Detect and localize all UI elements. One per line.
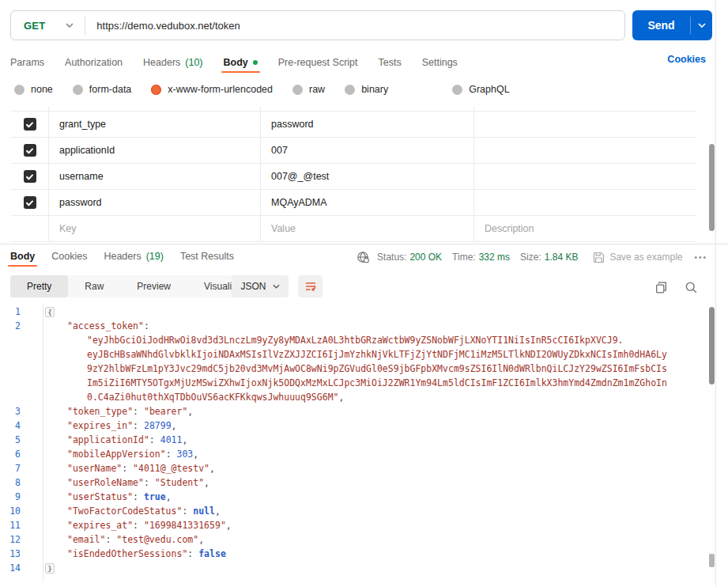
body-mode-binary[interactable]: binary [345, 84, 388, 95]
body-mode-x-www-form-urlencoded[interactable]: x-www-form-urlencoded [151, 84, 273, 95]
key-cell[interactable]: password [49, 190, 261, 215]
fold-marker[interactable]: { [45, 307, 55, 317]
description-cell[interactable] [474, 190, 696, 215]
value-cell[interactable]: MQAyADMA [261, 190, 474, 215]
tab-settings[interactable]: Settings [422, 57, 458, 70]
tab-headers[interactable]: Headers(10) [143, 57, 202, 70]
value-cell[interactable]: password [261, 112, 474, 137]
row-checkbox-checked[interactable] [24, 196, 36, 209]
body-mode-raw[interactable]: raw [292, 84, 325, 95]
fold-marker[interactable]: } [45, 563, 55, 574]
urlencoded-params-table: grant_typepasswordapplicationId007userna… [11, 107, 696, 242]
code-content: "expires_in": 28799, [32, 418, 177, 433]
token-row: 0.C4aZi0hut0thXqTDbOuVS6acKFKkqwsJwhuuuq… [87, 390, 667, 404]
code-content: "expires_at": "1699841331659", [32, 518, 232, 532]
key-placeholder[interactable]: Key [59, 223, 77, 234]
description-cell[interactable] [474, 138, 696, 163]
line-number: 3 [0, 404, 32, 418]
value-cell[interactable]: 007@_@test [261, 164, 474, 189]
send-button[interactable]: Send [632, 10, 690, 40]
row-checkbox-checked[interactable] [24, 118, 36, 131]
response-body-json[interactable]: 1{2"access_token":"eyJhbGciOiJodHRwOi8vd… [0, 303, 708, 587]
description-placeholder[interactable]: Description [485, 223, 534, 234]
bottom-scrollbar-thumb[interactable] [709, 554, 715, 567]
tab-label: Settings [422, 57, 458, 68]
tab-label: Params [10, 57, 44, 68]
line-number: 11 [0, 518, 32, 532]
tab-label: Pre-request Script [278, 57, 358, 68]
send-options-button[interactable] [691, 10, 712, 40]
body-mode-form-data[interactable]: form-data [73, 84, 132, 95]
description-cell[interactable] [474, 164, 696, 189]
key-cell[interactable]: applicationId [49, 138, 261, 163]
table-row: passwordMQAyADMA [11, 190, 696, 216]
code-line: 8"userRoleName": "Student", [0, 475, 708, 490]
tab-label: Headers [104, 251, 141, 262]
chevron-down-icon [66, 23, 74, 28]
format-select[interactable]: JSON [232, 275, 289, 297]
status-value[interactable]: 200 OK [409, 252, 442, 263]
tab-body[interactable]: Body [224, 57, 258, 70]
time-value[interactable]: 332 ms [479, 252, 510, 263]
table-row: username007@_@test [11, 164, 696, 190]
tab-count-badge: (19) [146, 251, 164, 262]
cookies-link[interactable]: Cookies [667, 54, 706, 65]
body-mode-label: x-www-form-urlencoded [168, 84, 273, 95]
tab-label: Headers [143, 57, 180, 68]
method-label: GET [24, 20, 45, 32]
body-mode-none[interactable]: none [14, 84, 53, 95]
response-tab-test-results[interactable]: Test Results [180, 251, 234, 263]
line-number: 1 [0, 305, 32, 319]
view-tab-raw[interactable]: Raw [68, 275, 120, 297]
key-cell[interactable]: grant_type [49, 112, 261, 137]
body-mode-graphql[interactable]: GraphQL [452, 84, 509, 95]
radio-icon [73, 85, 83, 95]
row-select-cell [11, 112, 49, 137]
save-as-example-button[interactable]: Save as example [593, 252, 682, 263]
view-tab-preview[interactable]: Preview [120, 275, 187, 297]
response-scrollbar-thumb[interactable] [709, 307, 715, 384]
value-placeholder[interactable]: Value [271, 223, 296, 234]
response-tabs: BodyCookiesHeaders(19)Test Results [10, 247, 234, 267]
tab-authorization[interactable]: Authorization [65, 57, 123, 70]
value-cell[interactable]: 007 [261, 138, 474, 163]
response-tab-headers[interactable]: Headers(19) [104, 251, 163, 263]
radio-icon [452, 85, 462, 95]
tab-params[interactable]: Params [10, 57, 44, 70]
response-tab-body[interactable]: Body [10, 251, 35, 263]
description-cell[interactable] [474, 112, 696, 137]
network-globe-icon[interactable] [356, 251, 370, 264]
size-value[interactable]: 1.84 KB [545, 252, 579, 263]
body-mode-label: GraphQL [469, 84, 509, 95]
body-mode-label: binary [361, 84, 388, 95]
key-cell[interactable]: username [49, 164, 261, 189]
view-tab-pretty[interactable]: Pretty [10, 275, 68, 297]
tab-tests[interactable]: Tests [379, 57, 402, 70]
row-select-cell [11, 138, 49, 163]
beautify-button[interactable] [298, 275, 323, 297]
search-icon[interactable] [685, 281, 698, 294]
line-number: 12 [0, 532, 32, 547]
api-client-window: GET https://demo.vedubox.net/token Send … [0, 0, 728, 587]
active-tab-underline [221, 71, 260, 73]
row-checkbox-checked[interactable] [24, 144, 36, 157]
table-scrollbar-thumb[interactable] [709, 144, 715, 231]
gutter-divider [43, 303, 43, 582]
response-separator [0, 244, 728, 244]
method-selector[interactable]: GET [11, 20, 85, 32]
tab-pre-request-script[interactable]: Pre-request Script [278, 57, 358, 70]
tab-label: Authorization [65, 57, 123, 68]
response-tab-cookies[interactable]: Cookies [51, 251, 87, 263]
code-content: "isEndedOtherSessions": false [32, 547, 226, 561]
line-number: 13 [0, 547, 32, 561]
url-input[interactable]: https://demo.vedubox.net/token [85, 20, 240, 32]
code-line: 3"token_type": "bearer", [0, 404, 708, 418]
more-options-icon[interactable]: ••• [694, 253, 707, 262]
tab-label: Tests [379, 57, 402, 68]
code-line: 11"expires_at": "1699841331659", [0, 518, 708, 532]
save-icon [593, 252, 605, 263]
copy-icon[interactable] [654, 281, 668, 294]
row-checkbox-checked[interactable] [24, 170, 36, 183]
tab-label: Body [10, 251, 35, 262]
send-button-group: Send [632, 10, 712, 40]
